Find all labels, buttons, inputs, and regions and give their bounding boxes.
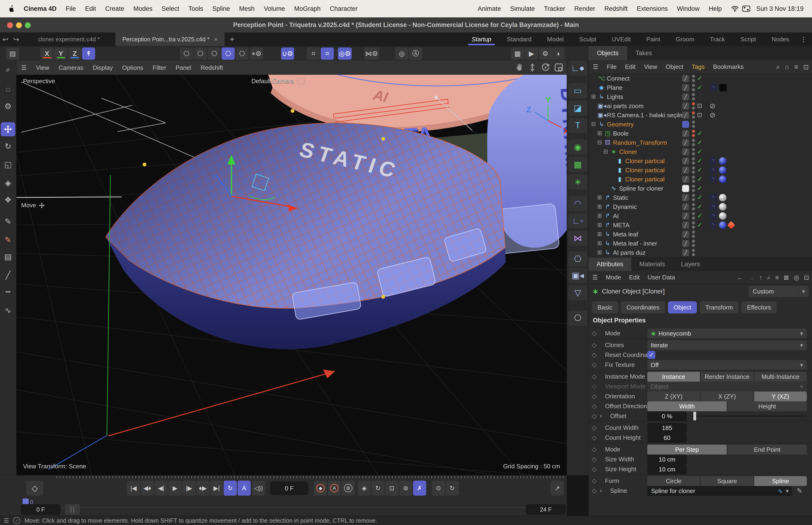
phong-tag-icon[interactable]: ◝: [709, 194, 717, 201]
material-tag-icon[interactable]: [719, 176, 726, 183]
slider-track[interactable]: [691, 416, 807, 417]
object-label[interactable]: Geometry: [607, 121, 634, 128]
goto-start-button[interactable]: |◀: [127, 481, 140, 496]
expand-icon[interactable]: ⊞: [597, 249, 603, 255]
pan-view-icon[interactable]: [515, 62, 524, 72]
phong-tag-icon[interactable]: ◝: [709, 84, 717, 91]
tree-row[interactable]: ▮Cloner partical╱✓◝: [588, 165, 812, 175]
interactive-render-button[interactable]: ◑: [551, 47, 564, 60]
layout-panel-button[interactable]: ▤: [6, 47, 19, 60]
option-instance[interactable]: Instance: [647, 372, 700, 381]
material-object-button[interactable]: ⎔: [568, 311, 587, 326]
search-icon[interactable]: ⌕: [776, 63, 780, 71]
expand-icon[interactable]: ⊞: [597, 240, 603, 246]
phong-tag-icon[interactable]: ◝: [709, 203, 717, 211]
viewport-menu-filter[interactable]: Filter: [153, 64, 166, 72]
editable-toggle-icon[interactable]: ╱: [682, 240, 689, 247]
enabled-check-icon[interactable]: ✓: [697, 184, 703, 192]
visibility-dots-icon[interactable]: [692, 139, 695, 146]
forward-icon[interactable]: →: [748, 274, 754, 281]
menu-item[interactable]: Tracker: [544, 5, 565, 13]
object-label[interactable]: Meta leaf: [613, 231, 638, 238]
section-tab-basic[interactable]: Basic: [592, 301, 618, 314]
editable-toggle-icon[interactable]: ╱: [682, 231, 689, 238]
rotate-tool[interactable]: ↻: [1, 139, 15, 153]
axis-z-button[interactable]: Z: [68, 47, 81, 60]
layout-tab-paint[interactable]: Paint: [639, 32, 668, 46]
layout-tab-sculpt[interactable]: Sculpt: [571, 32, 604, 46]
enabled-check-icon[interactable]: ✓: [697, 157, 703, 165]
menu-item[interactable]: Simulate: [510, 5, 535, 13]
layout-tab-groom[interactable]: Groom: [668, 32, 702, 46]
layout-tab-startup[interactable]: Startup: [464, 32, 499, 46]
material-tag-icon[interactable]: [719, 157, 726, 165]
expand-icon[interactable]: ⊞: [597, 222, 603, 228]
filter-icon[interactable]: ≡: [775, 274, 779, 281]
om-menu-tags[interactable]: Tags: [692, 63, 705, 71]
object-label[interactable]: AI: [613, 212, 619, 220]
section-tab-transform[interactable]: Transform: [700, 301, 739, 314]
expand-icon[interactable]: ⊟: [603, 149, 609, 155]
phong-tag-icon[interactable]: ◝: [709, 212, 717, 220]
tree-row[interactable]: ⊞↱META╱✓◝: [588, 221, 812, 229]
timeline-track[interactable]: [21, 507, 565, 508]
param-knob-icon[interactable]: ◇: [592, 477, 597, 484]
status-hamburger-icon[interactable]: ☰: [4, 517, 9, 524]
attr-tab-attributes[interactable]: Attributes: [588, 258, 631, 271]
object-label[interactable]: Plane: [607, 84, 623, 91]
option-xzy[interactable]: X (ZY): [701, 391, 753, 401]
editable-toggle-icon[interactable]: ╱: [682, 93, 689, 100]
link-field-spline[interactable]: Spline for cloner∿▾: [647, 486, 792, 496]
visibility-dots-icon[interactable]: [692, 176, 695, 183]
editable-toggle-icon[interactable]: ╱: [682, 103, 689, 109]
layout-tab-uvedit[interactable]: UVEdit: [604, 32, 639, 46]
wifi-icon[interactable]: [731, 5, 739, 12]
undo-icon[interactable]: ↩: [0, 32, 11, 46]
visibility-dots-icon[interactable]: [692, 75, 695, 82]
export-icon[interactable]: ⊡: [804, 274, 809, 281]
visibility-dots-icon[interactable]: [692, 93, 695, 100]
expand-icon[interactable]: ⊞: [597, 130, 603, 136]
tree-row[interactable]: ⊞↱Static╱✓◝: [588, 193, 812, 202]
spiral-settings-button[interactable]: ◎⚙: [338, 47, 352, 60]
timeline-scrollbar[interactable]: [65, 504, 80, 515]
section-tab-effectors[interactable]: Effectors: [741, 301, 777, 314]
cube-object-button[interactable]: ◪: [568, 101, 587, 116]
document-tab-active[interactable]: Perception Poin...tra v.2025.c4d * ×: [116, 32, 225, 46]
option-yxz[interactable]: Y (XZ): [754, 391, 807, 401]
checkbox-reset-coordinates[interactable]: ✓: [647, 351, 655, 359]
layout-tab-track[interactable]: Track: [702, 32, 733, 46]
redo-icon[interactable]: ↪: [11, 32, 21, 46]
app-menu[interactable]: Cinema 4D: [24, 5, 57, 13]
loop-button[interactable]: ↻: [224, 481, 237, 496]
editable-toggle-icon[interactable]: ╱: [682, 130, 689, 137]
object-label[interactable]: META: [613, 222, 629, 229]
enabled-check-icon[interactable]: ✓: [697, 139, 703, 146]
goto-end-button[interactable]: ▶|: [210, 481, 223, 496]
text-object-button[interactable]: T: [568, 118, 587, 133]
tree-row[interactable]: ◆Plane╱✓◝: [588, 83, 812, 92]
auto-axis-button[interactable]: Ⓐ: [409, 47, 422, 60]
material-tag-icon[interactable]: [719, 221, 726, 229]
expand-icon[interactable]: ⊟: [597, 139, 603, 146]
dolly-view-icon[interactable]: [528, 62, 537, 72]
section-tab-object[interactable]: Object: [668, 301, 697, 314]
visibility-dots-icon[interactable]: [692, 157, 695, 165]
tree-row[interactable]: ⊟↳Geometry: [588, 120, 812, 129]
add-tab-button[interactable]: +: [225, 32, 240, 46]
object-label[interactable]: AI parts duz: [613, 249, 646, 256]
option-spline[interactable]: Spline: [754, 476, 807, 486]
visibility-dots-icon[interactable]: [692, 240, 695, 247]
editable-toggle-icon[interactable]: ╱: [682, 194, 689, 201]
prev-frame-button[interactable]: ◀|: [155, 481, 168, 496]
menu-item[interactable]: Select: [162, 5, 179, 13]
attr-menu-mode[interactable]: Mode: [606, 274, 621, 281]
expand-icon[interactable]: ⊞: [597, 204, 603, 210]
control-center-icon[interactable]: [742, 6, 750, 12]
input-count-width[interactable]: 185: [647, 423, 687, 433]
scene-canvas[interactable]: AI META META DYNAMIC STATIC: [16, 75, 567, 475]
expand-icon[interactable]: ⊞: [597, 213, 603, 219]
material-tag-icon[interactable]: [719, 203, 726, 211]
close-tab-icon[interactable]: ×: [214, 36, 218, 43]
mouse-record-button[interactable]: ⊙: [432, 481, 445, 496]
